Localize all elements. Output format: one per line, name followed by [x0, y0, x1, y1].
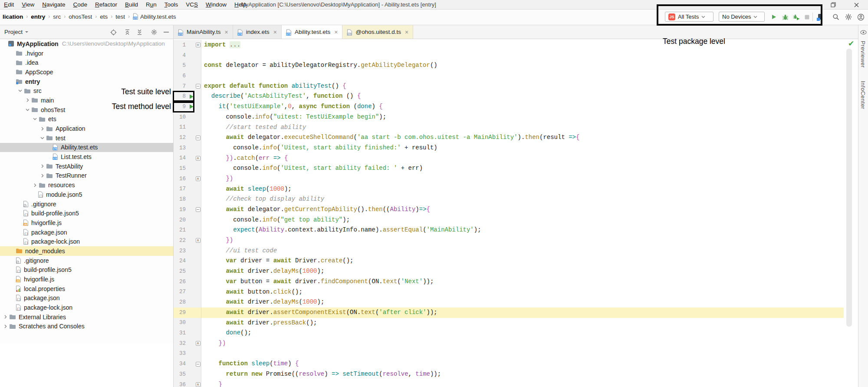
- menu-view[interactable]: View: [18, 1, 38, 8]
- fold-marker-end-icon[interactable]: ∧: [196, 382, 201, 387]
- tree-item--gitignore[interactable]: .gitignore: [0, 199, 173, 209]
- run-test-gutter-icon[interactable]: [187, 94, 195, 99]
- tool-window-infocenter[interactable]: InfoCenter: [860, 81, 866, 109]
- tree-item--idea[interactable]: .idea: [0, 58, 173, 67]
- fold-marker-plus-icon[interactable]: +: [196, 43, 201, 47]
- menu-tools[interactable]: Tools: [161, 1, 182, 8]
- chevron-right-icon[interactable]: [39, 174, 45, 178]
- breadcrumb-item-test[interactable]: test: [115, 13, 125, 20]
- editor-tab-index-ets[interactable]: ETSindex.ets×: [233, 25, 282, 39]
- fold-marker-minus-icon[interactable]: −: [196, 362, 201, 367]
- tree-item-build-profile-json5[interactable]: {}build-profile.json5: [0, 208, 173, 218]
- code-editor[interactable]: 1+import ...45const delegator = abilityD…: [174, 39, 844, 387]
- profile-button[interactable]: [856, 12, 865, 22]
- fold-marker-end-icon[interactable]: ∧: [196, 176, 201, 181]
- locate-file-button[interactable]: [109, 29, 117, 36]
- tree-item-testability[interactable]: TestAbility: [0, 162, 173, 171]
- fold-marker-end-icon[interactable]: ∧: [196, 341, 201, 346]
- chevron-down-icon[interactable]: [17, 89, 23, 92]
- breadcrumb-item-entry[interactable]: entry: [31, 13, 45, 20]
- chevron-down-icon[interactable]: [39, 137, 45, 139]
- close-window-icon[interactable]: [850, 1, 863, 9]
- tree-item-ability-test-ets[interactable]: ETSAbility.test.ets: [0, 143, 173, 152]
- chevron-right-icon[interactable]: [32, 183, 38, 187]
- breadcrumb-item-src[interactable]: src: [53, 13, 61, 20]
- editor-tab--ohos-uitest-d-ts[interactable]: TS@ohos.uitest.d.ts×: [342, 25, 413, 39]
- menu-edit[interactable]: Edit: [0, 1, 18, 8]
- close-tab-icon[interactable]: ×: [334, 29, 338, 36]
- menu-window[interactable]: Window: [202, 1, 230, 8]
- tool-window-previewer[interactable]: Previewer: [860, 41, 866, 68]
- tree-item-testrunner[interactable]: TestRunner: [0, 171, 173, 181]
- menu-vcs[interactable]: VCS: [182, 1, 202, 8]
- tree-item-appscope[interactable]: AppScope: [0, 67, 173, 77]
- tree-item-scratches-and-consoles[interactable]: Scratches and Consoles: [0, 322, 173, 331]
- chevron-right-icon[interactable]: [3, 315, 8, 319]
- restore-window-icon[interactable]: [827, 1, 840, 9]
- tree-item-package-lock-json[interactable]: {}package-lock.json: [0, 303, 173, 312]
- breadcrumb-item-ability.test.ets[interactable]: ETSAbility.test.ets: [133, 13, 176, 20]
- tree-item-build-profile-json5[interactable]: {}build-profile.json5: [0, 265, 173, 275]
- fold-marker-minus-icon[interactable]: −: [196, 84, 201, 89]
- project-panel-title[interactable]: Project: [4, 29, 29, 35]
- search-everywhere-button[interactable]: [831, 12, 841, 22]
- tree-item-hvigorfile-js[interactable]: JShvigorfile.js: [0, 275, 173, 284]
- fold-marker-end-icon[interactable]: ∧: [196, 238, 201, 243]
- editor-scrollbar[interactable]: [846, 49, 852, 327]
- chevron-down-icon[interactable]: [32, 118, 38, 120]
- tree-item-myapplication[interactable]: MyApplicationC:\Users\lenovo\Desktop\MyA…: [0, 39, 173, 49]
- attach-debugger-button[interactable]: [792, 12, 801, 22]
- breadcrumb-item-lication[interactable]: lication: [3, 13, 23, 20]
- collapse-all-button[interactable]: [135, 29, 143, 36]
- editor-tab-mainability-ts[interactable]: ETSMainAbility.ts×: [174, 25, 233, 39]
- eye-icon[interactable]: [860, 29, 867, 36]
- tree-item-hvigorfile-js[interactable]: JShvigorfile.js: [0, 218, 173, 228]
- tree-item-node-modules[interactable]: node_modules: [0, 246, 173, 256]
- tree-item-ets[interactable]: ets: [0, 115, 173, 124]
- tree-item-package-lock-json[interactable]: {}package-lock.json: [0, 237, 173, 246]
- tree-item-module-json5[interactable]: {}module.json5: [0, 190, 173, 199]
- chevron-right-icon[interactable]: [3, 324, 8, 328]
- chevron-right-icon[interactable]: [25, 98, 30, 102]
- settings-button[interactable]: [844, 12, 853, 22]
- breadcrumb-item-ets[interactable]: ets: [100, 13, 108, 20]
- fold-marker-minus-icon[interactable]: −: [196, 207, 201, 212]
- tree-item-test[interactable]: test: [0, 133, 173, 143]
- run-test-gutter-icon[interactable]: [187, 104, 195, 109]
- tree-item-application[interactable]: Application: [0, 124, 173, 133]
- stop-button[interactable]: [802, 12, 812, 22]
- menu-refactor[interactable]: Refactor: [91, 1, 121, 8]
- tree-item-entry[interactable]: entry: [0, 77, 173, 86]
- panel-settings-button[interactable]: [150, 29, 158, 36]
- menu-build[interactable]: Build: [121, 1, 142, 8]
- fold-marker-end-icon[interactable]: ∧: [196, 156, 201, 161]
- close-tab-icon[interactable]: ×: [225, 29, 228, 36]
- breadcrumb-item-ohostest[interactable]: ohosTest: [69, 13, 92, 20]
- hide-panel-button[interactable]: [162, 29, 170, 36]
- chevron-down-icon[interactable]: [25, 109, 30, 111]
- expand-all-button[interactable]: [123, 29, 131, 36]
- tree-item-package-json[interactable]: {}package.json: [0, 294, 173, 303]
- menu-navigate[interactable]: Navigate: [38, 1, 69, 8]
- device-select[interactable]: No Devices: [719, 12, 765, 22]
- run-configuration-select[interactable]: JS All Tests: [665, 12, 713, 22]
- run-button[interactable]: [769, 12, 779, 22]
- tree-item-package-json[interactable]: {}package.json: [0, 228, 173, 237]
- debug-button[interactable]: [780, 12, 790, 22]
- device-manager-button[interactable]: [815, 12, 825, 22]
- inspections-ok-check-icon[interactable]: ✔: [848, 39, 854, 48]
- editor-tab-ability-test-ets[interactable]: ETSAbility.test.ets×: [282, 25, 342, 39]
- close-tab-icon[interactable]: ×: [405, 29, 408, 36]
- tree-item--hvigor[interactable]: .hvigor: [0, 49, 173, 58]
- chevron-right-icon[interactable]: [39, 164, 45, 168]
- tree-item--gitignore[interactable]: .gitignore: [0, 256, 173, 265]
- tree-item-external-libraries[interactable]: External Libraries: [0, 312, 173, 322]
- menu-run[interactable]: Run: [142, 1, 161, 8]
- chevron-right-icon[interactable]: [39, 127, 45, 131]
- tree-item-local-properties[interactable]: local.properties: [0, 284, 173, 294]
- fold-marker-minus-icon[interactable]: −: [196, 136, 201, 140]
- tree-item-list-test-ets[interactable]: ETSList.test.ets: [0, 152, 173, 162]
- close-tab-icon[interactable]: ×: [273, 29, 277, 36]
- tree-item-resources[interactable]: resources: [0, 180, 173, 190]
- menu-code[interactable]: Code: [69, 1, 91, 8]
